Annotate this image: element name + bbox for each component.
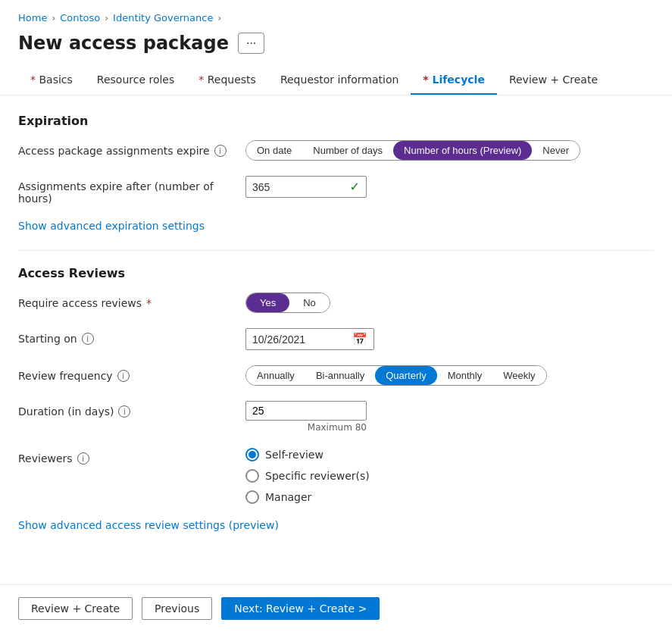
expire-after-row: Assignments expire after (number of hour…	[18, 176, 654, 205]
reviewers-info-icon[interactable]: i	[77, 452, 89, 465]
footer: Review + Create Previous Next: Review + …	[0, 584, 672, 632]
reviewers-control: Self-review Specific reviewer(s) Manager	[245, 448, 654, 504]
freq-weekly-btn[interactable]: Weekly	[492, 366, 545, 385]
tab-lifecycle[interactable]: Lifecycle	[411, 66, 497, 95]
show-advanced-access-review-link[interactable]: Show advanced access review settings (pr…	[18, 519, 279, 531]
duration-input[interactable]	[245, 401, 367, 421]
breadcrumb-sep-3: ›	[217, 13, 221, 23]
calendar-icon[interactable]: 📅	[352, 332, 367, 346]
starting-on-input[interactable]	[252, 333, 346, 346]
expire-after-control: ✓	[245, 176, 654, 198]
yes-no-toggle: Yes No	[245, 293, 330, 313]
radio-manager[interactable]: Manager	[245, 490, 654, 504]
review-create-button[interactable]: Review + Create	[18, 597, 133, 620]
starting-on-control: 📅	[245, 328, 654, 350]
starting-on-row: Starting on i 📅	[18, 328, 654, 350]
expire-toggle-group: On date Number of days Number of hours (…	[245, 140, 580, 161]
tab-requestor-information[interactable]: Requestor information	[268, 66, 411, 95]
expire-after-label: Assignments expire after (number of hour…	[18, 176, 245, 205]
breadcrumb-contoso[interactable]: Contoso	[60, 12, 100, 23]
review-frequency-label: Review frequency i	[18, 365, 245, 382]
radio-self-review-label: Self-review	[265, 449, 323, 461]
main-content: Expiration Access package assignments ex…	[0, 95, 672, 584]
breadcrumb-identity-governance[interactable]: Identity Governance	[113, 12, 213, 23]
breadcrumb-sep-2: ›	[105, 13, 108, 23]
starting-on-label: Starting on i	[18, 328, 245, 345]
radio-specific-reviewer-label: Specific reviewer(s)	[265, 470, 370, 482]
require-star: *	[146, 297, 152, 309]
access-reviews-title: Access Reviews	[18, 266, 654, 280]
review-frequency-control: Annually Bi-annually Quarterly Monthly W…	[245, 365, 654, 386]
expire-number-of-days-btn[interactable]: Number of days	[302, 141, 393, 160]
expire-never-btn[interactable]: Never	[532, 141, 580, 160]
expire-after-input[interactable]	[252, 181, 344, 193]
freq-monthly-btn[interactable]: Monthly	[437, 366, 493, 385]
section-divider	[18, 250, 654, 251]
frequency-toggle-group: Annually Bi-annually Quarterly Monthly W…	[245, 365, 547, 386]
reviewers-radio-group: Self-review Specific reviewer(s) Manager	[245, 448, 654, 504]
yes-btn[interactable]: Yes	[246, 293, 289, 312]
duration-input-wrap: Maximum 80	[245, 401, 654, 433]
assignments-expire-control: On date Number of days Number of hours (…	[245, 140, 654, 161]
breadcrumb-sep-1: ›	[52, 13, 55, 23]
radio-manager-label: Manager	[265, 491, 311, 503]
review-frequency-info-icon[interactable]: i	[117, 370, 130, 382]
radio-specific-reviewer-circle[interactable]	[245, 469, 259, 483]
tab-review-create[interactable]: Review + Create	[497, 66, 610, 95]
expire-on-date-btn[interactable]: On date	[246, 141, 302, 160]
radio-specific-reviewer[interactable]: Specific reviewer(s)	[245, 469, 654, 483]
starting-on-info-icon[interactable]: i	[82, 333, 94, 345]
require-reviews-label: Require access reviews *	[18, 293, 245, 309]
assignments-expire-row: Access package assignments expire i On d…	[18, 140, 654, 161]
tab-basics[interactable]: Basics	[18, 66, 85, 95]
require-reviews-control: Yes No	[245, 293, 654, 313]
require-reviews-row: Require access reviews * Yes No	[18, 293, 654, 313]
reviewers-row: Reviewers i Self-review Specific r	[18, 448, 654, 504]
radio-self-review[interactable]: Self-review	[245, 448, 654, 461]
breadcrumb: Home › Contoso › Identity Governance ›	[0, 0, 672, 27]
duration-control: Maximum 80	[245, 401, 654, 433]
assignments-expire-label: Access package assignments expire i	[18, 140, 245, 157]
check-icon: ✓	[350, 180, 360, 194]
more-options-button[interactable]: ···	[238, 33, 264, 54]
previous-button[interactable]: Previous	[142, 597, 212, 620]
next-review-create-button[interactable]: Next: Review + Create >	[221, 597, 380, 620]
duration-info-icon[interactable]: i	[118, 405, 130, 418]
tab-resource-roles[interactable]: Resource roles	[85, 66, 186, 95]
radio-self-review-circle[interactable]	[245, 448, 259, 461]
access-reviews-section: Access Reviews Require access reviews * …	[18, 266, 654, 531]
assignments-expire-info-icon[interactable]: i	[214, 145, 227, 157]
breadcrumb-home[interactable]: Home	[18, 12, 47, 23]
reviewers-label: Reviewers i	[18, 448, 245, 465]
expire-number-of-hours-btn[interactable]: Number of hours (Preview)	[393, 141, 532, 160]
review-frequency-row: Review frequency i Annually Bi-annually …	[18, 365, 654, 386]
show-advanced-expiration-link[interactable]: Show advanced expiration settings	[18, 220, 205, 232]
expiration-section: Expiration Access package assignments ex…	[18, 114, 654, 232]
freq-quarterly-btn[interactable]: Quarterly	[375, 366, 436, 385]
tab-bar: Basics Resource roles Requests Requestor…	[0, 66, 672, 95]
page-header: New access package ···	[0, 27, 672, 66]
duration-max-label: Maximum 80	[245, 422, 367, 433]
freq-bi-annually-btn[interactable]: Bi-annually	[305, 366, 375, 385]
duration-label: Duration (in days) i	[18, 401, 245, 418]
tab-requests[interactable]: Requests	[186, 66, 268, 95]
no-btn[interactable]: No	[289, 293, 330, 312]
page-title: New access package	[18, 33, 229, 54]
starting-on-input-wrapper: 📅	[245, 328, 374, 350]
freq-annually-btn[interactable]: Annually	[246, 366, 305, 385]
duration-row: Duration (in days) i Maximum 80	[18, 401, 654, 433]
expiration-title: Expiration	[18, 114, 654, 128]
radio-manager-circle[interactable]	[245, 490, 259, 504]
expire-after-input-wrapper: ✓	[245, 176, 367, 198]
